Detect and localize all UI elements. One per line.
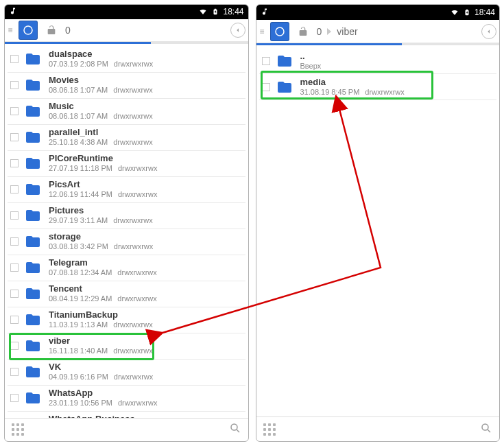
row-checkbox[interactable]	[10, 133, 19, 141]
row-checkbox[interactable]	[10, 263, 19, 272]
status-bar: 18:44	[256, 5, 500, 20]
folder-name: ..	[300, 51, 322, 62]
row-checkbox[interactable]	[10, 290, 19, 298]
unlock-button[interactable]	[293, 22, 313, 41]
apps-grid-button[interactable]	[263, 423, 276, 436]
folder-name: Telegram	[49, 258, 157, 268]
menu-icon	[259, 27, 266, 36]
row-checkbox[interactable]	[10, 55, 19, 63]
folder-row[interactable]: dualspace07.03.19 2:08 PMdrwxrwxrwx	[8, 47, 245, 73]
row-checkbox[interactable]	[10, 316, 19, 324]
search-button[interactable]	[480, 422, 492, 437]
folder-row[interactable]: Pictures29.07.19 3:11 AMdrwxrwxrwx	[8, 203, 245, 229]
row-checkbox[interactable]	[10, 211, 19, 220]
breadcrumb-current[interactable]: viber	[337, 26, 357, 37]
folder-name: WhatsApp	[49, 388, 157, 399]
unlock-button[interactable]	[42, 21, 61, 40]
sidebar-toggle[interactable]	[259, 27, 266, 36]
folder-name: PicsArt	[49, 180, 157, 190]
path-toolbar: 0 viber	[256, 20, 500, 43]
row-checkbox[interactable]	[10, 368, 19, 376]
folder-icon	[23, 337, 43, 355]
folder-icon	[23, 389, 43, 407]
unlock-icon	[298, 26, 309, 37]
apps-grid-button[interactable]	[12, 423, 24, 436]
svg-point-1	[231, 424, 237, 430]
folder-name: TitaniumBackup	[49, 310, 153, 320]
collapse-button[interactable]	[230, 23, 245, 38]
folder-icon	[274, 52, 295, 70]
row-checkbox[interactable]	[262, 57, 270, 65]
folder-icon	[23, 311, 43, 329]
sidebar-toggle[interactable]	[8, 25, 14, 35]
folder-icon	[23, 102, 43, 120]
folder-row[interactable]: media31.08.19 8:45 PMdrwxrwxrwx	[259, 74, 497, 100]
folder-icon	[23, 154, 43, 172]
folder-row[interactable]: TitaniumBackup11.03.19 1:13 AMdrwxrwxrwx	[8, 307, 245, 333]
folder-row[interactable]: VK04.09.19 6:16 PMdrwxrwxrwx	[8, 360, 245, 386]
row-checkbox[interactable]	[10, 107, 19, 115]
folder-icon	[23, 180, 43, 198]
battery-icon	[212, 7, 219, 16]
music-note-icon	[261, 8, 269, 18]
folder-row[interactable]: parallel_intl25.10.18 4:38 AMdrwxrwxrwx	[8, 125, 245, 151]
collapse-button[interactable]	[481, 24, 496, 39]
menu-icon	[8, 25, 14, 35]
folder-row[interactable]: PICoreRuntime27.07.19 11:18 PMdrwxrwxrwx	[8, 151, 245, 177]
folder-name: Movies	[49, 75, 153, 86]
folder-icon	[23, 76, 43, 94]
file-list: ..Вверхmedia31.08.19 8:45 PMdrwxrwxrwx	[256, 45, 500, 416]
folder-row[interactable]: PicsArt12.06.19 11:44 PMdrwxrwxrwx	[8, 177, 245, 203]
home-button[interactable]	[270, 22, 289, 41]
parent-folder-row[interactable]: ..Вверх	[259, 48, 497, 74]
chevron-left-icon	[235, 27, 241, 33]
folder-name: Music	[49, 102, 153, 112]
folder-row[interactable]: Telegram07.08.18 12:34 AMdrwxrwxrwx	[8, 255, 245, 281]
path-toolbar: 0	[5, 19, 248, 42]
folder-meta: 08.06.18 1:07 AMdrwxrwxrwx	[49, 112, 153, 121]
row-checkbox[interactable]	[10, 342, 19, 350]
folder-name: Tencent	[49, 284, 157, 294]
folder-meta: 08.06.18 1:07 AMdrwxrwxrwx	[49, 86, 153, 95]
breadcrumb-root[interactable]: 0	[65, 25, 71, 36]
folder-meta: 08.04.19 12:29 AMdrwxrwxrwx	[49, 294, 157, 303]
chevron-left-icon	[486, 29, 492, 34]
folder-row[interactable]: viber16.11.18 1:40 AMdrwxrwxrwx	[8, 333, 245, 360]
status-bar: 18:44	[5, 5, 248, 19]
row-checkbox[interactable]	[10, 237, 19, 246]
folder-row[interactable]: storage03.08.18 3:42 PMdrwxrwxrwx	[8, 229, 245, 255]
folder-name: media	[300, 78, 405, 88]
search-icon	[229, 422, 241, 434]
file-browser-pane-right: 18:44 0 viber ..Вверхmedia31.08.19 8:45 …	[256, 4, 501, 442]
row-checkbox[interactable]	[10, 81, 19, 89]
row-checkbox[interactable]	[262, 83, 270, 91]
folder-row[interactable]: WhatsApp Business25.10.18 4:25 PMdrwxrwx…	[8, 412, 245, 418]
svg-point-0	[24, 26, 32, 34]
folder-icon	[274, 78, 295, 96]
row-checkbox[interactable]	[10, 394, 19, 402]
svg-point-3	[482, 424, 488, 430]
folder-row[interactable]: Tencent08.04.19 12:29 AMdrwxrwxrwx	[8, 281, 245, 307]
folder-icon	[23, 285, 43, 303]
folder-name: VK	[49, 362, 153, 373]
breadcrumb-root[interactable]: 0	[317, 26, 322, 37]
home-icon	[274, 25, 286, 38]
folder-meta: 27.07.19 11:18 PMdrwxrwxrwx	[49, 164, 157, 173]
search-button[interactable]	[229, 422, 241, 437]
wifi-icon	[450, 8, 459, 16]
home-button[interactable]	[19, 21, 38, 40]
bottom-bar	[256, 416, 500, 441]
row-checkbox[interactable]	[10, 159, 19, 167]
folder-row[interactable]: WhatsApp23.01.19 10:56 PMdrwxrwxrwx	[8, 386, 245, 412]
folder-row[interactable]: Music08.06.18 1:07 AMdrwxrwxrwx	[8, 99, 245, 125]
wifi-icon	[198, 8, 208, 16]
row-checkbox[interactable]	[10, 185, 19, 193]
folder-icon	[23, 207, 43, 224]
folder-row[interactable]: Movies08.06.18 1:07 AMdrwxrwxrwx	[8, 73, 245, 99]
folder-name: dualspace	[49, 49, 153, 60]
folder-meta: 23.01.19 10:56 PMdrwxrwxrwx	[49, 399, 157, 408]
folder-name: Pictures	[49, 206, 153, 216]
folder-meta: 07.08.18 12:34 AMdrwxrwxrwx	[49, 268, 157, 277]
status-time: 18:44	[475, 8, 495, 17]
folder-meta: 11.03.19 1:13 AMdrwxrwxrwx	[49, 320, 153, 329]
